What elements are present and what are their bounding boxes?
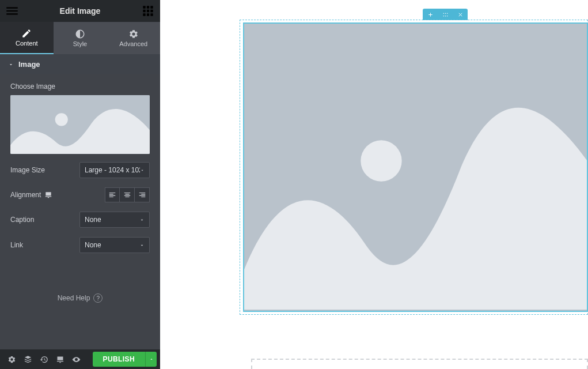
hamburger-menu-icon[interactable] [5, 3, 20, 18]
placeholder-image-icon [10, 95, 150, 154]
edit-section-button[interactable] [442, 12, 449, 18]
delete-section-button[interactable] [457, 12, 464, 18]
tab-style[interactable]: Style [54, 22, 107, 54]
pencil-icon [21, 28, 32, 39]
section-toolbar [423, 9, 468, 20]
settings-icon[interactable] [3, 351, 20, 367]
history-icon[interactable] [36, 351, 52, 367]
svg-point-6 [445, 16, 445, 16]
choose-image-thumb[interactable] [10, 95, 150, 154]
svg-point-5 [443, 16, 443, 16]
row-caption: Caption None [10, 212, 150, 228]
caret-up-icon [149, 357, 154, 362]
svg-point-3 [445, 13, 445, 13]
publish-button[interactable]: PUBLISH [93, 352, 145, 367]
tab-content[interactable]: Content [0, 22, 54, 54]
editor-sidebar: Edit Image Content Style Advanced Image … [0, 0, 160, 369]
gear-icon [128, 29, 139, 39]
sidebar-footer: PUBLISH [0, 349, 160, 369]
svg-point-1 [55, 113, 68, 126]
choose-image-label: Choose Image [10, 82, 150, 91]
caret-down-icon [8, 62, 14, 67]
responsive-icon[interactable] [52, 351, 68, 367]
tab-advanced[interactable]: Advanced [107, 22, 160, 54]
add-section-button[interactable] [427, 12, 434, 18]
row-link: Link None [10, 237, 150, 253]
image-widget[interactable] [243, 22, 588, 312]
alignment-label: Alignment [10, 191, 52, 199]
caption-label: Caption [10, 216, 34, 224]
panel-image-content: Choose Image Image Size Large - 1024 x 1… [0, 74, 160, 265]
caret-down-icon [139, 217, 145, 223]
caret-down-icon [139, 243, 145, 248]
svg-point-7 [446, 16, 447, 16]
caret-down-icon [140, 168, 145, 173]
link-select[interactable]: None [79, 237, 150, 253]
align-left-button[interactable] [105, 187, 120, 202]
sidebar-header: Edit Image [0, 0, 160, 22]
image-size-select[interactable]: Large - 1024 x 1024 [79, 162, 150, 178]
grid-apps-icon[interactable] [141, 3, 155, 18]
section-image-header[interactable]: Image [0, 54, 160, 74]
caption-select[interactable]: None [79, 212, 150, 228]
preview-icon[interactable] [68, 351, 84, 367]
publish-options-button[interactable] [145, 352, 157, 367]
sidebar-title: Edit Image [20, 6, 141, 16]
link-label: Link [10, 241, 23, 249]
contrast-icon [75, 29, 85, 39]
navigator-icon[interactable] [20, 351, 36, 367]
svg-point-9 [361, 140, 401, 181]
need-help-link[interactable]: Need Help ? [0, 265, 160, 303]
placeholder-image-icon [244, 24, 587, 310]
alignment-buttons [105, 187, 150, 202]
editor-canvas[interactable] [160, 0, 588, 369]
row-image-size: Image Size Large - 1024 x 1024 [10, 162, 150, 178]
align-center-button[interactable] [120, 187, 135, 202]
desktop-icon[interactable] [44, 191, 52, 199]
row-alignment: Alignment [10, 187, 150, 202]
help-icon: ? [93, 293, 103, 303]
sidebar-tabs: Content Style Advanced [0, 22, 160, 54]
drop-zone[interactable] [251, 359, 588, 369]
svg-point-4 [446, 13, 447, 13]
svg-point-2 [443, 13, 443, 13]
image-size-label: Image Size [10, 166, 45, 174]
align-right-button[interactable] [135, 187, 150, 202]
